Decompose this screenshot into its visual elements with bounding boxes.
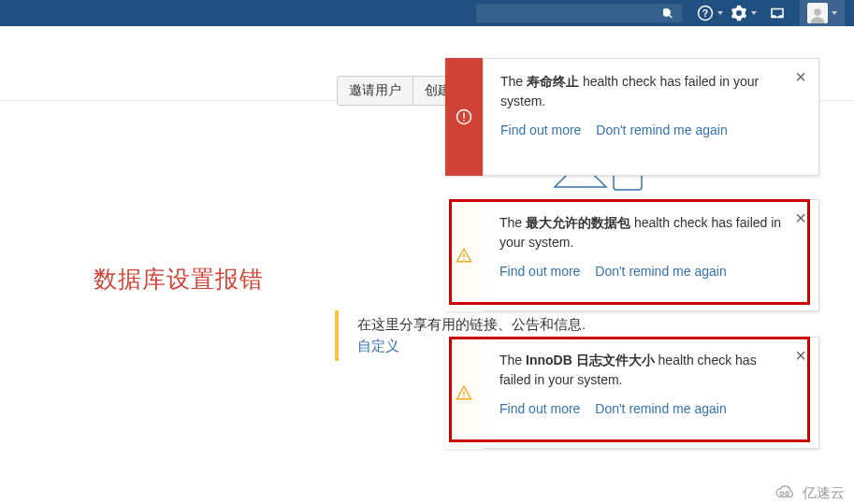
user-menu[interactable] — [800, 0, 845, 26]
close-icon[interactable]: × — [793, 348, 808, 363]
close-icon[interactable]: × — [793, 210, 808, 225]
alert-icon-column — [445, 199, 483, 311]
alert-icon-column — [445, 337, 483, 449]
watermark-text: 亿速云 — [803, 484, 845, 502]
svg-rect-9 — [463, 259, 465, 261]
find-out-more-link[interactable]: Find out more — [499, 401, 580, 416]
cloud-icon — [773, 483, 799, 502]
close-icon[interactable]: × — [793, 69, 808, 84]
avatar — [807, 3, 828, 23]
alert-text-bold: 寿命终止 — [527, 74, 579, 89]
inbox-icon — [769, 5, 786, 22]
alert-body: The InnoDB 日志文件大小 health check has faile… — [483, 337, 819, 449]
svg-rect-8 — [463, 254, 465, 258]
alert-text-prefix: The — [499, 353, 526, 367]
help-icon: ? — [697, 5, 714, 22]
svg-rect-7 — [463, 120, 465, 122]
watermark: 亿速云 — [773, 483, 845, 502]
dont-remind-link[interactable]: Don't remind me again — [595, 264, 726, 279]
find-out-more-link[interactable]: Find out more — [500, 122, 581, 137]
help-menu[interactable]: ? — [693, 0, 727, 26]
warning-icon — [456, 247, 472, 264]
search-box[interactable] — [476, 4, 682, 22]
alert-body: The 最大允许的数据包 health check has failed in … — [483, 199, 819, 311]
gear-icon — [731, 5, 747, 22]
alert-text-prefix: The — [500, 74, 527, 89]
alert-text-bold: 最大允许的数据包 — [526, 215, 630, 230]
person-icon — [809, 7, 826, 23]
svg-text:?: ? — [702, 7, 708, 19]
health-alert-max-packet: The 最大允许的数据包 health check has failed in … — [445, 199, 819, 311]
health-alert-innodb: The InnoDB 日志文件大小 health check has faile… — [445, 337, 819, 449]
invite-users-button[interactable]: 邀请用户 — [337, 76, 413, 106]
warning-icon — [456, 384, 472, 401]
tip-text: 在这里分享有用的链接、公告和信息. — [357, 316, 586, 334]
dont-remind-link[interactable]: Don't remind me again — [595, 401, 726, 416]
error-icon — [456, 108, 472, 125]
alert-text-prefix: The — [499, 215, 526, 230]
settings-menu[interactable] — [727, 0, 760, 26]
action-button-group: 邀请用户 创建 — [337, 76, 463, 106]
error-annotation: 数据库设置报错 — [94, 264, 264, 295]
svg-rect-6 — [463, 113, 465, 119]
alert-body: The 寿命终止 health check has failed in your… — [483, 58, 819, 176]
search-icon — [663, 7, 674, 19]
dont-remind-link[interactable]: Don't remind me again — [596, 122, 727, 137]
svg-point-12 — [780, 492, 784, 496]
svg-rect-11 — [463, 396, 465, 398]
svg-point-13 — [786, 492, 789, 496]
alert-text-bold: InnoDB 日志文件大小 — [526, 353, 655, 367]
svg-rect-10 — [463, 392, 465, 396]
top-navigation-bar: ? — [0, 0, 854, 26]
svg-point-2 — [814, 8, 821, 16]
health-alert-eol: The 寿命终止 health check has failed in your… — [445, 58, 819, 176]
alert-icon-column — [445, 58, 483, 176]
notifications-button[interactable] — [760, 0, 794, 26]
find-out-more-link[interactable]: Find out more — [499, 264, 580, 279]
